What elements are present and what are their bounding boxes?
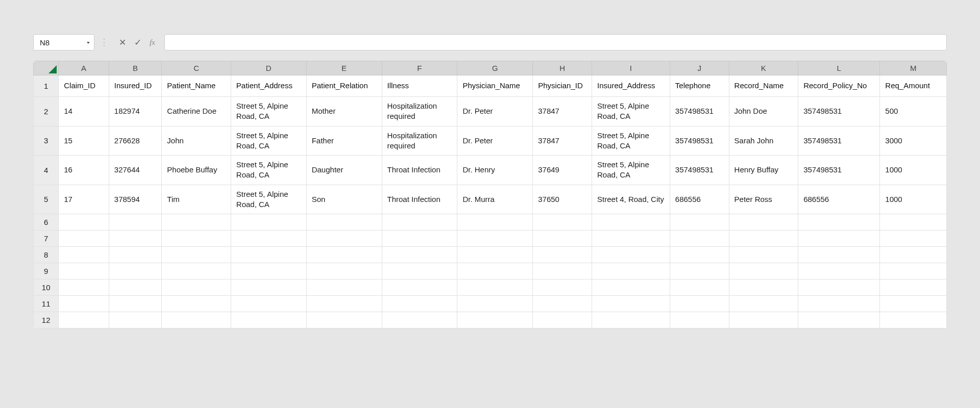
- col-header-E[interactable]: E: [306, 61, 382, 75]
- cell[interactable]: [729, 279, 798, 296]
- cell[interactable]: 14: [59, 97, 109, 126]
- cell[interactable]: [798, 231, 880, 247]
- cell[interactable]: [670, 214, 729, 231]
- cell[interactable]: 357498531: [670, 97, 729, 126]
- cell[interactable]: [729, 231, 798, 247]
- cell[interactable]: [533, 231, 592, 247]
- col-header-I[interactable]: I: [592, 61, 670, 75]
- cell[interactable]: Telephone: [670, 75, 729, 97]
- cell[interactable]: [592, 263, 670, 279]
- cell[interactable]: Insured_Address: [592, 75, 670, 97]
- cell[interactable]: Patient_Relation: [306, 75, 382, 97]
- cell[interactable]: [306, 214, 382, 231]
- cell[interactable]: [592, 279, 670, 296]
- cell[interactable]: Mother: [306, 97, 382, 126]
- col-header-B[interactable]: B: [109, 61, 161, 75]
- col-header-H[interactable]: H: [533, 61, 592, 75]
- row-header[interactable]: 7: [34, 231, 59, 247]
- cell[interactable]: [457, 247, 533, 263]
- cell[interactable]: [162, 231, 231, 247]
- cell[interactable]: [533, 263, 592, 279]
- cell[interactable]: Sarah John: [729, 126, 798, 156]
- cell[interactable]: Henry Buffay: [729, 156, 798, 185]
- cell[interactable]: [533, 296, 592, 312]
- row-header[interactable]: 8: [34, 247, 59, 263]
- cell[interactable]: 17: [59, 185, 109, 214]
- cell[interactable]: [798, 312, 880, 328]
- cell[interactable]: Record_Policy_No: [798, 75, 880, 97]
- cell[interactable]: [880, 296, 947, 312]
- cell[interactable]: [457, 214, 533, 231]
- cell[interactable]: 357498531: [670, 126, 729, 156]
- chevron-down-icon[interactable]: ▾: [87, 40, 90, 45]
- cell[interactable]: [729, 263, 798, 279]
- cell[interactable]: [798, 279, 880, 296]
- cell[interactable]: [670, 263, 729, 279]
- cell[interactable]: 182974: [109, 97, 161, 126]
- cell[interactable]: [592, 231, 670, 247]
- cell[interactable]: 378594: [109, 185, 161, 214]
- cell[interactable]: [59, 312, 109, 328]
- cell[interactable]: Street 4, Road, City: [592, 185, 670, 214]
- cell[interactable]: Daughter: [306, 156, 382, 185]
- cell[interactable]: [231, 214, 306, 231]
- cell[interactable]: 327644: [109, 156, 161, 185]
- cell[interactable]: [231, 263, 306, 279]
- cell[interactable]: 37847: [533, 97, 592, 126]
- cell[interactable]: [306, 296, 382, 312]
- cell[interactable]: [798, 214, 880, 231]
- cell[interactable]: 37649: [533, 156, 592, 185]
- cell[interactable]: Hospitalization required: [382, 126, 457, 156]
- cell[interactable]: [670, 247, 729, 263]
- fx-icon[interactable]: fx: [150, 38, 155, 47]
- cell[interactable]: [382, 296, 457, 312]
- cell[interactable]: 3000: [880, 126, 947, 156]
- row-header[interactable]: 11: [34, 296, 59, 312]
- cell[interactable]: Dr. Peter: [457, 126, 533, 156]
- cell[interactable]: [670, 231, 729, 247]
- cell[interactable]: [382, 214, 457, 231]
- col-header-M[interactable]: M: [880, 61, 947, 75]
- cell[interactable]: [109, 279, 161, 296]
- cell[interactable]: [306, 247, 382, 263]
- cell[interactable]: [231, 279, 306, 296]
- row-header[interactable]: 2: [34, 97, 59, 126]
- cell[interactable]: Patient_Address: [231, 75, 306, 97]
- cell[interactable]: [592, 214, 670, 231]
- cell[interactable]: Insured_ID: [109, 75, 161, 97]
- cell[interactable]: [729, 214, 798, 231]
- cell[interactable]: [162, 312, 231, 328]
- cell[interactable]: Father: [306, 126, 382, 156]
- cell[interactable]: 357498531: [798, 97, 880, 126]
- cell[interactable]: 686556: [798, 185, 880, 214]
- col-header-F[interactable]: F: [382, 61, 457, 75]
- cell[interactable]: [729, 296, 798, 312]
- cell[interactable]: Phoebe Buffay: [162, 156, 231, 185]
- cell[interactable]: [457, 231, 533, 247]
- cell[interactable]: [880, 247, 947, 263]
- cell[interactable]: Son: [306, 185, 382, 214]
- cell[interactable]: [533, 279, 592, 296]
- cell[interactable]: 357498531: [798, 156, 880, 185]
- cancel-icon[interactable]: ✕: [119, 37, 126, 48]
- cell[interactable]: [457, 263, 533, 279]
- cell[interactable]: Street 5, Alpine Road, CA: [231, 156, 306, 185]
- cell[interactable]: [59, 296, 109, 312]
- cell[interactable]: Tim: [162, 185, 231, 214]
- cell[interactable]: Patient_Name: [162, 75, 231, 97]
- cell[interactable]: Street 5, Alpine Road, CA: [231, 97, 306, 126]
- confirm-icon[interactable]: ✓: [134, 37, 141, 48]
- cell[interactable]: [109, 247, 161, 263]
- row-header[interactable]: 9: [34, 263, 59, 279]
- cell[interactable]: [880, 279, 947, 296]
- cell[interactable]: John Doe: [729, 97, 798, 126]
- col-header-J[interactable]: J: [670, 61, 729, 75]
- cell[interactable]: [592, 312, 670, 328]
- cell[interactable]: [533, 312, 592, 328]
- cell[interactable]: Req_Amount: [880, 75, 947, 97]
- cell[interactable]: 15: [59, 126, 109, 156]
- col-header-L[interactable]: L: [798, 61, 880, 75]
- cell[interactable]: [231, 231, 306, 247]
- cell[interactable]: [109, 296, 161, 312]
- cell[interactable]: [880, 263, 947, 279]
